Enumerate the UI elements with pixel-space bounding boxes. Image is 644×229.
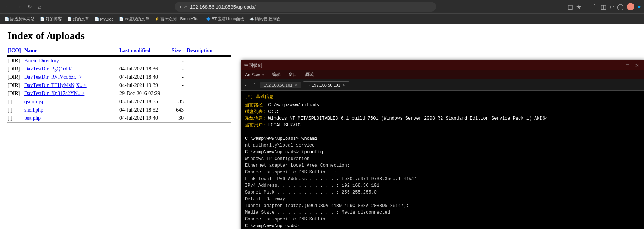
menu-icon[interactable]: ● xyxy=(637,3,641,10)
bookmark-5-label: 未复现的文章 xyxy=(125,16,149,22)
extensions-icon[interactable]: ◫ xyxy=(567,3,573,10)
menu-antsword[interactable]: AntSword xyxy=(243,72,266,78)
info-value: C:D: xyxy=(268,109,279,114)
info-label: 系统信息: xyxy=(245,116,265,121)
tab-2-close[interactable]: ✕ xyxy=(343,83,346,87)
menu-debug[interactable]: 调试 xyxy=(303,71,315,79)
window-title: 中国蚁剑 xyxy=(244,62,616,69)
file-type-cell: [DIR] xyxy=(7,90,24,98)
file-link[interactable]: test.php xyxy=(24,115,41,121)
bookmark-3[interactable]: 📄 好的文章 xyxy=(66,15,91,22)
bookmark-5[interactable]: 📄 未复现的文章 xyxy=(118,15,151,22)
file-type-cell: [DIR] xyxy=(7,65,24,73)
tab-1-label: 192.168.56.101 xyxy=(264,83,292,87)
file-size-cell: - xyxy=(172,73,187,81)
file-name-cell[interactable]: DavTestDir_Xp317s2YN...> xyxy=(24,90,119,98)
file-size-cell: - xyxy=(172,90,187,98)
bookmark-6[interactable]: ⚡ 雷神众测 - BountyTe... xyxy=(153,15,202,22)
prompt: C:\wamp\www\uploads> xyxy=(245,136,299,141)
tab-1-close[interactable]: ✕ xyxy=(295,83,298,87)
col-description[interactable]: Description xyxy=(187,46,231,56)
file-desc-cell xyxy=(187,81,231,90)
main-content: Index of /uploads [ICO] Name Last modifi… xyxy=(0,24,644,229)
terminal-output-line: Media State . . . . . . . . . . . : Medi… xyxy=(245,209,640,216)
bookmark-8-label: 腾讯云-控制台 xyxy=(255,16,281,22)
refresh-button[interactable]: ↻ xyxy=(25,2,34,11)
terminal-output-line: Tunnel adapter isatap.{6961D80A-4139-4F9… xyxy=(245,203,640,209)
back2-icon[interactable]: ↩ xyxy=(609,3,614,10)
file-link[interactable]: qsrain.jsp xyxy=(24,99,44,104)
folder-icon-3: 📄 xyxy=(67,17,72,21)
terminal-body[interactable]: (*) 基础信息当前路径: C:/wamp/www/uploads磁盘列表: C… xyxy=(241,91,644,229)
tab-back-button[interactable]: ‹ xyxy=(243,81,248,89)
file-link[interactable]: shell.php xyxy=(24,107,43,113)
file-name-cell[interactable]: shell.php xyxy=(24,106,119,114)
bookmark-6-label: 雷神众测 - BountyTe... xyxy=(160,16,201,22)
terminal-info-header: (*) 基础信息 xyxy=(245,94,640,100)
file-date-cell: 04-Jul-2021 19:40 xyxy=(119,114,172,122)
bookmark-1[interactable]: 📄 渗透测试网站 xyxy=(3,15,36,22)
sync-icon[interactable]: ◯ xyxy=(617,3,624,10)
table-row: [ ]qsrain.jsp03-Jul-2021 18:5535 xyxy=(7,98,231,106)
file-desc-cell xyxy=(187,114,231,122)
terminal-output-line: nt authority\local service xyxy=(245,142,640,149)
file-link[interactable]: DavTestDir_RVfVco6zr...> xyxy=(24,74,82,80)
file-name-cell[interactable]: DavTestDir_RVfVco6zr...> xyxy=(24,73,119,81)
avatar-icon[interactable] xyxy=(627,3,634,10)
file-type-cell: [DIR] xyxy=(7,73,24,81)
bookmark-8[interactable]: ☁️ 腾讯云-控制台 xyxy=(248,15,283,22)
file-name-cell[interactable]: DavTestDir_PgQ1rdd/ xyxy=(24,65,119,73)
file-name-cell[interactable]: qsrain.jsp xyxy=(24,98,119,106)
antsword-window: 中国蚁剑 – □ ✕ AntSword 编辑 窗口 调试 ‹ ⋮ 192.168… xyxy=(241,60,644,229)
bookmark-icon[interactable]: ★ xyxy=(576,3,581,10)
tab-2-label: → 192.168.56.101 xyxy=(307,83,340,87)
table-row: [DIR]DavTestDir_TTHyMsNjX...>04-Jul-2021… xyxy=(7,81,231,90)
col-size[interactable]: Size xyxy=(172,46,187,56)
forward-button[interactable]: → xyxy=(14,2,24,11)
bookmark-2[interactable]: 📄 好的博客 xyxy=(38,15,63,22)
sidebar-icon[interactable]: ⋮ xyxy=(592,3,598,10)
address-bar[interactable]: ● ⚠ 192.168.56.101:8585/uploads/ xyxy=(175,2,436,12)
tab-2[interactable]: → 192.168.56.101 ✕ xyxy=(303,81,349,88)
col-name[interactable]: Name xyxy=(24,46,119,56)
file-desc-cell xyxy=(187,65,231,73)
table-header-row: [ICO] Name Last modified Size Descriptio… xyxy=(7,46,231,56)
window-menubar: AntSword 编辑 窗口 调试 xyxy=(241,70,644,79)
tab-1[interactable]: 192.168.56.101 ✕ xyxy=(260,82,301,88)
terminal-info-line: 当前用户: LOCAL SERVICE xyxy=(245,122,640,129)
tab-grid-button[interactable]: ⋮ xyxy=(250,82,259,88)
col-ico: [ICO] xyxy=(7,46,24,56)
file-desc-cell xyxy=(187,106,231,114)
menu-window[interactable]: 窗口 xyxy=(287,71,299,79)
file-name-cell[interactable]: test.php xyxy=(24,114,119,122)
menu-edit[interactable]: 编辑 xyxy=(270,71,282,79)
minimize-button[interactable]: – xyxy=(616,63,622,68)
info-value: Windows NT METASPLOITABLE3 6.1 build 760… xyxy=(268,116,548,121)
file-link[interactable]: DavTestDir_Xp317s2YN...> xyxy=(24,91,84,96)
file-name-cell[interactable]: Parent Directory xyxy=(24,56,119,65)
close-button[interactable]: ✕ xyxy=(634,63,641,68)
folder-icon: 📄 xyxy=(4,17,9,21)
file-link[interactable]: DavTestDir_PgQ1rdd/ xyxy=(24,66,72,72)
file-name-cell[interactable]: DavTestDir_TTHyMsNjX...> xyxy=(24,81,119,90)
browser-top-bar: ← → ↻ ⌂ ● ⚠ 192.168.56.101:8585/uploads/… xyxy=(0,0,644,13)
maximize-button[interactable]: □ xyxy=(625,63,631,68)
terminal-output-line: Link-local IPv6 Address . . . . . : fe80… xyxy=(245,176,640,182)
home-button[interactable]: ⌂ xyxy=(36,2,43,11)
col-last-modified[interactable]: Last modified xyxy=(119,46,172,56)
bookmark-7[interactable]: 🔷 BT 宝塔Linux面板 xyxy=(205,15,246,22)
file-type-cell: [ ] xyxy=(7,114,24,122)
file-link[interactable]: Parent Directory xyxy=(24,58,59,63)
file-size-cell: 30 xyxy=(172,114,187,122)
file-date-cell: 04-Jul-2021 18:40 xyxy=(119,73,172,81)
bookmarks-bar: 📄 渗透测试网站 📄 好的博客 📄 好的文章 📄 MyBlog 📄 未复现的文章… xyxy=(0,13,644,24)
file-link[interactable]: DavTestDir_TTHyMsNjX...> xyxy=(24,82,87,88)
tab-grid-icon[interactable]: ◫ xyxy=(601,3,606,10)
terminal-output-line: Connection-specific DNS Suffix . : xyxy=(245,169,640,176)
file-date-cell: 04-Jul-2021 18:52 xyxy=(119,106,172,114)
bookmark-4[interactable]: 📄 MyBlog xyxy=(93,16,115,22)
cloud-icon: ☁️ xyxy=(249,17,254,21)
table-row: [DIR]DavTestDir_RVfVco6zr...>04-Jul-2021… xyxy=(7,73,231,81)
info-value: C:/wamp/www/uploads xyxy=(268,103,319,108)
back-button[interactable]: ← xyxy=(3,2,13,11)
